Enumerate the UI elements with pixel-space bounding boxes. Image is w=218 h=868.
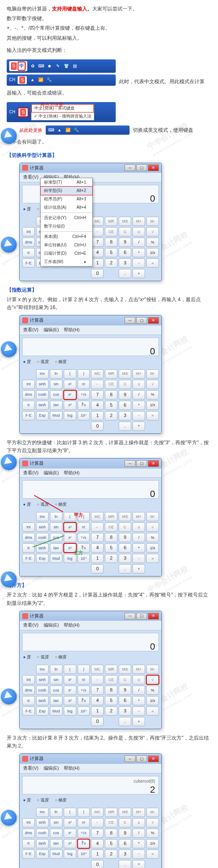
key-4[interactable]: 4 bbox=[91, 543, 104, 553]
key-7[interactable]: 7 bbox=[91, 533, 104, 542]
key-/[interactable]: / bbox=[132, 829, 145, 838]
key-←[interactable]: ← bbox=[91, 227, 104, 236]
menu-date[interactable]: 日期计算(D)Ctrl+E bbox=[41, 249, 92, 258]
key-dms[interactable]: dms bbox=[22, 686, 35, 695]
key-=[interactable]: = bbox=[146, 707, 159, 716]
key-4[interactable]: 4 bbox=[91, 248, 104, 257]
key-0[interactable]: 0 bbox=[91, 269, 104, 278]
key-log[interactable]: log bbox=[64, 707, 76, 716]
key-dms[interactable]: dms bbox=[22, 390, 35, 399]
key-F-E[interactable]: F-E bbox=[22, 259, 35, 268]
key-8[interactable]: 8 bbox=[105, 238, 117, 247]
key-MR[interactable]: MR bbox=[105, 808, 117, 817]
key-CE[interactable]: CE bbox=[105, 380, 117, 389]
key-M+[interactable]: M+ bbox=[132, 512, 145, 521]
key-x³[interactable]: x³ bbox=[64, 839, 76, 848]
key-%[interactable]: % bbox=[146, 829, 159, 838]
key-=[interactable]: = bbox=[146, 259, 159, 268]
key-3[interactable]: 3 bbox=[119, 707, 131, 716]
key-tanh[interactable]: tanh bbox=[36, 543, 49, 553]
key-x³[interactable]: x³ bbox=[64, 543, 76, 553]
key-F-E[interactable]: F-E bbox=[22, 850, 35, 859]
key-2[interactable]: 2 bbox=[105, 259, 117, 268]
key-C[interactable]: C bbox=[119, 818, 131, 827]
key-7[interactable]: 7 bbox=[91, 829, 104, 838]
key-1[interactable]: 1 bbox=[91, 411, 104, 420]
key-ʸ√x[interactable]: ʸ√x bbox=[78, 829, 90, 838]
key-([interactable]: ( bbox=[64, 665, 76, 674]
key-∛x[interactable]: ∛x bbox=[78, 401, 90, 410]
menu-history[interactable]: 历史记录(Y)Ctrl+H bbox=[41, 214, 92, 222]
key-1[interactable]: 1 bbox=[91, 259, 104, 268]
key-=[interactable]: = bbox=[146, 411, 159, 420]
key-π[interactable]: π bbox=[22, 248, 35, 257]
key-5[interactable]: 5 bbox=[105, 248, 117, 257]
key-sin[interactable]: sin bbox=[50, 522, 62, 532]
key-([interactable]: ( bbox=[64, 369, 76, 379]
key-.[interactable]: . bbox=[119, 564, 131, 574]
key-*[interactable]: * bbox=[132, 839, 145, 848]
key-10ˣ[interactable]: 10ˣ bbox=[78, 411, 90, 420]
key-)[interactable]: ) bbox=[78, 512, 90, 521]
key-MC[interactable]: MC bbox=[91, 665, 104, 674]
key-)[interactable]: ) bbox=[78, 808, 90, 817]
key-M-[interactable]: M- bbox=[146, 665, 159, 674]
maximize-button[interactable]: ▢ bbox=[136, 317, 147, 324]
key-π[interactable]: π bbox=[22, 696, 35, 705]
menu-scientific[interactable]: 科学型(S)Alt+2 bbox=[41, 187, 92, 195]
key-MS[interactable]: MS bbox=[119, 512, 131, 521]
menu-worksheet[interactable]: 工作表(W)▸ bbox=[41, 258, 92, 266]
key-C[interactable]: C bbox=[119, 227, 131, 236]
key-cos[interactable]: cos bbox=[50, 533, 62, 542]
key-√[interactable]: √ bbox=[146, 818, 159, 827]
maximize-button[interactable]: ▢ bbox=[136, 613, 147, 620]
key-)[interactable]: ) bbox=[78, 369, 90, 379]
key-5[interactable]: 5 bbox=[105, 839, 117, 848]
key-7[interactable]: 7 bbox=[91, 238, 104, 247]
key-x³[interactable]: x³ bbox=[64, 401, 76, 410]
key-6[interactable]: 6 bbox=[119, 543, 131, 553]
key-←[interactable]: ← bbox=[91, 675, 104, 684]
key--[interactable]: - bbox=[132, 554, 145, 563]
key--[interactable]: - bbox=[132, 850, 145, 859]
key-M+[interactable]: M+ bbox=[132, 808, 145, 817]
minimize-button[interactable]: ─ bbox=[125, 460, 135, 467]
key-x²[interactable]: x² bbox=[64, 380, 76, 389]
key-9[interactable]: 9 bbox=[119, 533, 131, 542]
key-M+[interactable]: M+ bbox=[132, 665, 145, 674]
key-0[interactable]: 0 bbox=[91, 860, 104, 868]
key-Mod[interactable]: Mod bbox=[50, 554, 62, 563]
key-MS[interactable]: MS bbox=[119, 217, 131, 226]
key-n![interactable]: n! bbox=[78, 380, 90, 389]
key-sin[interactable]: sin bbox=[50, 675, 62, 684]
key-Inv[interactable]: Inv bbox=[36, 665, 49, 674]
key-=[interactable]: = bbox=[146, 850, 159, 859]
key-Int[interactable]: Int bbox=[22, 380, 35, 389]
key--[interactable]: - bbox=[132, 707, 145, 716]
minimize-button[interactable]: ─ bbox=[125, 317, 135, 324]
key-Inv[interactable]: Inv bbox=[36, 369, 49, 379]
key-ʸ√x[interactable]: ʸ√x bbox=[78, 533, 90, 542]
key-M+[interactable]: M+ bbox=[132, 369, 145, 379]
key-π[interactable]: π bbox=[22, 543, 35, 553]
key-8[interactable]: 8 bbox=[105, 686, 117, 695]
key-%[interactable]: % bbox=[146, 686, 159, 695]
key-0[interactable]: 0 bbox=[91, 422, 104, 431]
key-xʸ[interactable]: xʸ bbox=[64, 829, 76, 838]
key-3[interactable]: 3 bbox=[119, 259, 131, 268]
key-π[interactable]: π bbox=[22, 401, 35, 410]
key-1/x[interactable]: 1/x bbox=[146, 696, 159, 705]
key--[interactable]: - bbox=[132, 259, 145, 268]
key-1[interactable]: 1 bbox=[91, 554, 104, 563]
key-0[interactable]: 0 bbox=[91, 564, 104, 574]
key-±[interactable]: ± bbox=[132, 380, 145, 389]
key-CE[interactable]: CE bbox=[105, 818, 117, 827]
key-cosh[interactable]: cosh bbox=[36, 533, 49, 542]
key-log[interactable]: log bbox=[64, 850, 76, 859]
key-+[interactable]: + bbox=[132, 422, 145, 431]
key-Int[interactable]: Int bbox=[22, 522, 35, 532]
maximize-button[interactable]: ▢ bbox=[136, 164, 147, 171]
key-←[interactable]: ← bbox=[91, 522, 104, 532]
key-4[interactable]: 4 bbox=[91, 839, 104, 848]
key-Mod[interactable]: Mod bbox=[50, 850, 62, 859]
